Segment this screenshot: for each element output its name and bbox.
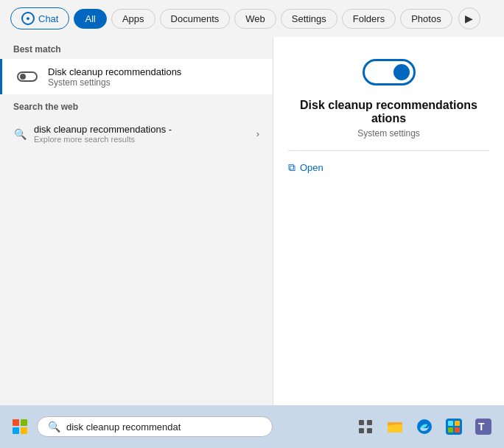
detail-title: Disk cleanup recommendations ations [288, 99, 489, 125]
windows-logo-icon [13, 419, 27, 434]
web-result-subtitle: Explore more search results [34, 135, 249, 144]
task-view-icon[interactable] [352, 413, 379, 440]
web-search-icon: 🔍 [13, 127, 27, 141]
svg-rect-6 [388, 422, 394, 425]
web-result-text: disk cleanup recommendations - Explore m… [34, 124, 249, 144]
taskbar-search-input[interactable] [66, 421, 262, 433]
search-web-label: Search the web [0, 94, 273, 116]
all-label: All [85, 13, 95, 24]
web-label: Web [245, 13, 265, 24]
svg-rect-3 [367, 428, 372, 433]
chevron-right-icon: › [256, 128, 259, 139]
detail-subtitle: System settings [357, 128, 420, 139]
taskbar-search-icon: 🔍 [48, 421, 60, 433]
left-panel: Best match Disk cleanup recommendations … [0, 37, 273, 405]
svg-rect-5 [388, 424, 402, 433]
result-toggle-icon [15, 65, 39, 88]
filter-documents-button[interactable]: Documents [160, 9, 231, 29]
open-button[interactable]: ⧉ Open [288, 161, 323, 174]
detail-divider [288, 150, 489, 151]
edge-icon[interactable] [411, 413, 438, 440]
filter-folders-button[interactable]: Folders [342, 9, 396, 29]
chat-icon: ● [21, 12, 35, 25]
apps-label: Apps [122, 13, 144, 24]
svg-rect-9 [448, 421, 453, 426]
photos-label: Photos [411, 13, 441, 24]
best-match-item[interactable]: Disk cleanup recommendations System sett… [0, 59, 273, 94]
filter-web-button[interactable]: Web [234, 9, 276, 29]
right-panel: Disk cleanup recommendations ations Syst… [273, 37, 504, 405]
store-icon[interactable] [441, 413, 467, 440]
filter-chat-button[interactable]: ● Chat [10, 7, 69, 29]
svg-rect-1 [367, 420, 372, 425]
svg-rect-10 [455, 421, 460, 426]
start-button[interactable] [7, 414, 32, 439]
open-icon: ⧉ [288, 161, 295, 174]
chat-label: Chat [38, 13, 58, 24]
svg-rect-2 [359, 428, 364, 433]
content-area: Best match Disk cleanup recommendations … [0, 37, 504, 405]
web-result-title: disk cleanup recommendations - [34, 124, 249, 135]
file-explorer-icon[interactable] [382, 413, 408, 440]
best-match-label: Best match [0, 37, 273, 59]
filter-all-button[interactable]: All [74, 9, 106, 29]
best-match-text: Disk cleanup recommendations System sett… [48, 66, 181, 88]
more-filters-button[interactable]: ▶ [458, 7, 480, 29]
svg-rect-0 [359, 420, 364, 425]
detail-icon [363, 59, 416, 85]
taskbar-search-bar[interactable]: 🔍 [37, 416, 273, 437]
filter-settings-button[interactable]: Settings [281, 9, 337, 29]
best-match-title: Disk cleanup recommendations [48, 66, 181, 77]
svg-text:T: T [478, 421, 485, 433]
svg-rect-11 [448, 427, 453, 433]
best-match-subtitle: System settings [48, 77, 181, 88]
web-result-item[interactable]: 🔍 disk cleanup recommendations - Explore… [0, 116, 273, 151]
open-label: Open [300, 162, 323, 173]
settings-label: Settings [292, 13, 326, 24]
filter-photos-button[interactable]: Photos [400, 9, 452, 29]
taskbar: 🔍 [0, 405, 504, 448]
teams-icon[interactable]: T [470, 413, 497, 440]
filter-apps-button[interactable]: Apps [111, 9, 155, 29]
taskbar-icons: T [352, 413, 497, 440]
documents-label: Documents [171, 13, 220, 24]
folders-label: Folders [353, 13, 385, 24]
filter-bar: ● Chat All Apps Documents Web Settings F… [0, 0, 504, 37]
svg-rect-12 [455, 427, 460, 433]
